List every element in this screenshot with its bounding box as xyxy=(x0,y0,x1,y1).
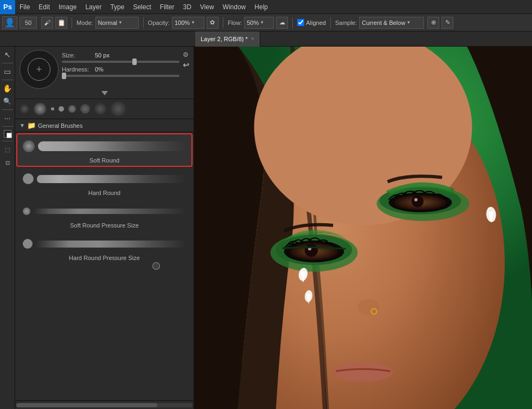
menu-3d[interactable]: 3D xyxy=(178,0,195,14)
panel-settings-icon[interactable]: ⚙ xyxy=(183,51,189,59)
pressure-opacity-icon[interactable]: ✿ xyxy=(207,17,219,29)
ignore-adjustment-icon[interactable]: ⊕ xyxy=(427,17,439,29)
tool-preset-picker[interactable]: 👤 xyxy=(2,16,17,29)
size-label: Size: xyxy=(62,52,92,59)
menu-items: File Edit Image Layer Type Select Filter… xyxy=(15,0,272,14)
brush-thumbnails-row xyxy=(15,99,194,119)
foreground-color[interactable] xyxy=(4,130,11,138)
brush-thumb-5[interactable] xyxy=(68,105,76,113)
brush-item-hard-round-pressure[interactable]: Hard Round Pressure Size xyxy=(17,232,191,263)
tool-marquee[interactable]: ▭ xyxy=(2,66,14,77)
tool-screen-mode[interactable]: ⊡ xyxy=(2,157,14,168)
brush-item-soft-round[interactable]: Soft Round xyxy=(17,134,191,166)
tool-move[interactable]: ↖ xyxy=(2,49,14,61)
sep3 xyxy=(223,17,223,28)
svg-point-15 xyxy=(412,196,424,207)
group-chevron-icon[interactable]: ▼ xyxy=(20,122,25,128)
menu-select[interactable]: Select xyxy=(129,0,155,14)
sep4 xyxy=(292,17,293,28)
soft-pressure-stroke xyxy=(34,209,186,214)
opacity-arrow: ▼ xyxy=(191,20,195,25)
tab-label: Layer 2, RGB/8) * xyxy=(201,36,248,42)
menu-edit[interactable]: Edit xyxy=(34,0,54,14)
hardness-value: 0% xyxy=(95,66,104,73)
main-area: ↖ ▭ ✋ 🔍 ··· ⬚ ⊡ Size: 50 px xyxy=(0,47,532,409)
tool-hand[interactable]: ✋ xyxy=(2,82,14,94)
menu-image[interactable]: Image xyxy=(54,0,81,14)
canvas-area[interactable] xyxy=(194,47,532,409)
hard-round-stroke xyxy=(37,175,186,183)
panel-hscrollbar[interactable] xyxy=(15,400,194,409)
size-slider[interactable] xyxy=(62,61,180,63)
brush-preview-area: Size: 50 px Hardness: 0% xyxy=(15,47,194,99)
aligned-checkbox[interactable] xyxy=(297,19,304,26)
sep2 xyxy=(143,17,144,28)
sep5 xyxy=(330,17,331,28)
brush-size-display[interactable]: 50 xyxy=(20,17,37,29)
mode-dropdown-arrow: ▼ xyxy=(118,20,123,25)
menu-layer[interactable]: Layer xyxy=(81,0,106,14)
sep1 xyxy=(72,17,72,28)
menu-file[interactable]: File xyxy=(15,0,34,14)
menu-window[interactable]: Window xyxy=(219,0,251,14)
brush-thumb-7[interactable] xyxy=(94,103,106,115)
brush-thumb-8[interactable] xyxy=(111,101,126,116)
panel-new-icon[interactable]: ↩ xyxy=(183,61,189,69)
sample-dropdown[interactable]: Current & Below ▼ xyxy=(359,17,424,29)
brush-list[interactable]: Soft Round Hard Round xyxy=(15,132,194,400)
brush-soft-round-dot xyxy=(23,140,35,152)
tool-sep-2 xyxy=(2,80,13,80)
tool-zoom[interactable]: 🔍 xyxy=(2,95,14,107)
tool-sep-1 xyxy=(2,63,13,63)
menu-filter[interactable]: Filter xyxy=(156,0,179,14)
brush-item-hard-round-preview xyxy=(21,169,188,189)
brush-thumb-2[interactable] xyxy=(34,102,47,115)
panel-collapse-arrow[interactable] xyxy=(101,91,108,95)
tab-bar: Layer 2, RGB/8) * × xyxy=(0,31,532,47)
panel-hscroll-thumb[interactable] xyxy=(16,403,157,407)
menu-help[interactable]: Help xyxy=(250,0,272,14)
brush-thumb-1[interactable] xyxy=(20,104,29,114)
hard-pressure-stroke xyxy=(36,241,186,248)
brush-preview-circle xyxy=(20,50,59,89)
brush-list-title[interactable]: ▼ 📁 General Brushes xyxy=(20,121,82,129)
brush-item-hard-round[interactable]: Hard Round xyxy=(17,167,191,198)
hardness-label: Hardness: xyxy=(62,66,92,73)
brush-hard-round-pressure-label: Hard Round Pressure Size xyxy=(21,255,188,261)
tool-mask[interactable]: ⬚ xyxy=(2,144,14,155)
brush-item-soft-round-pressure-preview xyxy=(21,202,188,221)
background-color[interactable] xyxy=(7,133,12,138)
aligned-checkbox-group[interactable]: Aligned xyxy=(297,19,326,26)
size-slider-thumb[interactable] xyxy=(132,59,137,65)
airbrush-icon[interactable]: ☁ xyxy=(276,17,288,29)
tool-sep-4 xyxy=(2,126,13,127)
tool-misc[interactable]: ··· xyxy=(2,112,14,124)
menu-view[interactable]: View xyxy=(196,0,219,14)
toggle-brush-panel-icon[interactable]: 🖌 xyxy=(41,17,53,29)
tool-sep-5 xyxy=(2,141,13,141)
panel-hscroll-track[interactable] xyxy=(16,403,193,407)
brush-item-soft-round-pressure[interactable]: Soft Round Pressure Size xyxy=(17,199,191,231)
mode-dropdown[interactable]: Normal ▼ xyxy=(95,17,139,29)
tab-close-icon[interactable]: × xyxy=(251,36,254,42)
sample-arrow: ▼ xyxy=(406,20,411,25)
brush-thumb-4[interactable] xyxy=(59,106,64,112)
brush-thumb-6[interactable] xyxy=(80,104,90,114)
menu-type[interactable]: Type xyxy=(106,0,129,14)
aligned-label: Aligned xyxy=(306,20,326,26)
brush-panel: Size: 50 px Hardness: 0% xyxy=(15,47,194,409)
document-tab[interactable]: Layer 2, RGB/8) * × xyxy=(195,31,260,47)
flow-dropdown[interactable]: 50% ▼ xyxy=(244,17,274,29)
brush-hard-round-dot xyxy=(23,173,34,184)
clone-overlay-icon[interactable]: ✎ xyxy=(441,17,453,29)
hardness-row: Hardness: 0% xyxy=(62,66,180,73)
hardness-slider-thumb[interactable] xyxy=(62,73,66,79)
flow-arrow: ▼ xyxy=(260,20,264,25)
hardness-slider[interactable] xyxy=(62,75,180,77)
mode-label: Mode: xyxy=(76,20,93,26)
flow-label: Flow: xyxy=(228,20,242,26)
opacity-dropdown[interactable]: 100% ▼ xyxy=(172,17,204,29)
brush-thumb-3[interactable] xyxy=(51,107,54,111)
clone-source-icon[interactable]: 📋 xyxy=(55,17,67,29)
ps-logo: Ps xyxy=(0,0,15,14)
